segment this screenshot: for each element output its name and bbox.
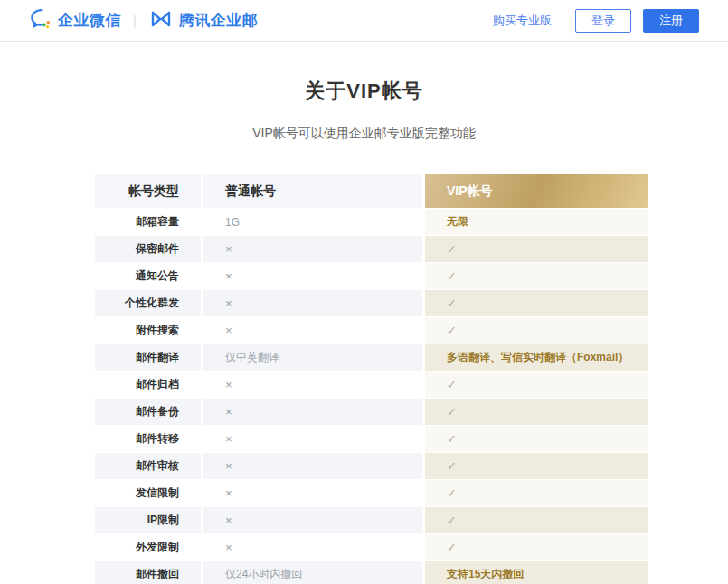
normal-account-cell: × [203, 399, 422, 425]
vip-account-cell: 支持15天内撤回 [425, 561, 648, 584]
normal-account-value: × [225, 459, 232, 473]
normal-account-cell: × [203, 236, 422, 262]
vip-account-cell: ✓ [425, 399, 648, 425]
normal-account-value: × [225, 242, 232, 256]
table-row: 保密邮件 × ✓ [95, 236, 648, 262]
table-row: 发信限制 × ✓ [95, 480, 648, 506]
vip-account-value: 无限 [447, 214, 468, 230]
brand-group: 企业微信 | 腾讯企业邮 [29, 7, 258, 34]
vip-account-cell: ✓ [425, 372, 648, 398]
buy-pro-link[interactable]: 购买专业版 [493, 13, 552, 29]
exmail-vip-page: 企业微信 | 腾讯企业邮 购买专业版 登录 注册 关于VIP帐号 VIP帐号可以… [0, 0, 728, 584]
table-row: 邮箱容量 1G 无限 [95, 209, 648, 235]
vip-account-value: ✓ [447, 513, 457, 527]
vip-account-value: ✓ [447, 405, 457, 419]
register-button[interactable]: 注册 [643, 9, 699, 33]
exmail-wordmark: 腾讯企业邮 [179, 10, 259, 31]
table-row: 外发限制 × ✓ [95, 534, 648, 560]
table-row: 邮件备份 × ✓ [95, 399, 648, 425]
feature-label: IP限制 [95, 507, 201, 533]
vip-account-cell: ✓ [425, 290, 648, 316]
vip-account-value: ✓ [447, 432, 457, 446]
feature-label: 邮件转移 [95, 426, 201, 452]
table-row: IP限制 × ✓ [95, 507, 648, 533]
top-navbar: 企业微信 | 腾讯企业邮 购买专业版 登录 注册 [0, 0, 728, 42]
vip-account-value: ✓ [447, 324, 457, 337]
vip-account-value: 支持15天内撤回 [447, 567, 524, 582]
normal-account-cell: × [203, 426, 422, 452]
normal-account-cell: × [203, 453, 422, 479]
table-row: 个性化群发 × ✓ [95, 290, 648, 316]
vip-account-cell: ✓ [425, 263, 648, 289]
vip-account-cell: ✓ [425, 236, 648, 262]
vip-account-value: ✓ [447, 459, 457, 473]
column-header-account-type: 帐号类型 [95, 174, 201, 208]
vip-account-value: 多语翻译、写信实时翻译（Foxmail） [447, 350, 629, 365]
vip-account-cell: ✓ [425, 317, 648, 344]
table-row: 通知公告 × ✓ [95, 263, 648, 289]
table-row: 邮件转移 × ✓ [95, 426, 648, 452]
vip-account-value: ✓ [447, 242, 457, 256]
tencent-exmail-logo[interactable]: 腾讯企业邮 [148, 7, 259, 34]
normal-account-value: × [225, 486, 232, 500]
login-button[interactable]: 登录 [575, 9, 631, 33]
normal-account-value: × [225, 297, 232, 310]
normal-account-value: × [225, 378, 232, 391]
normal-account-cell: 1G [203, 209, 422, 235]
vip-account-cell: 无限 [425, 209, 648, 235]
feature-label: 保密邮件 [95, 236, 201, 262]
wechat-work-logo[interactable]: 企业微信 [29, 7, 121, 34]
comparison-table: 帐号类型 普通帐号 VIP帐号 邮箱容量 1G 无限 保密邮件 × ✓ 通知公告… [95, 174, 648, 584]
feature-label: 邮件撤回 [95, 561, 201, 584]
vip-account-cell: ✓ [425, 453, 648, 479]
table-body: 邮箱容量 1G 无限 保密邮件 × ✓ 通知公告 × ✓ 个性化群发 × ✓ 附… [95, 209, 648, 584]
feature-label: 发信限制 [95, 480, 201, 506]
feature-label: 邮箱容量 [95, 209, 201, 235]
normal-account-cell: × [203, 480, 422, 506]
feature-label: 邮件归档 [95, 372, 201, 398]
exmail-envelope-icon [148, 7, 174, 34]
vip-account-value: ✓ [447, 541, 457, 554]
vip-account-value: ✓ [447, 378, 457, 391]
vip-account-cell: ✓ [425, 426, 648, 452]
column-header-vip-account: VIP帐号 [425, 174, 648, 208]
normal-account-cell: × [203, 290, 422, 316]
wechat-work-bubble-icon [29, 7, 52, 34]
brand-divider: | [133, 14, 137, 28]
page-title: 关于VIP帐号 [0, 78, 728, 105]
feature-label: 通知公告 [95, 263, 201, 289]
table-row: 邮件归档 × ✓ [95, 372, 648, 398]
normal-account-cell: 仅中英翻译 [203, 344, 422, 371]
table-header-row: 帐号类型 普通帐号 VIP帐号 [95, 174, 648, 208]
normal-account-value: × [225, 513, 232, 527]
vip-account-cell: ✓ [425, 507, 648, 533]
normal-account-value: × [225, 269, 232, 283]
normal-account-cell: × [203, 534, 422, 560]
vip-account-value: ✓ [447, 297, 457, 310]
normal-account-cell: 仅24小时内撤回 [203, 561, 422, 584]
feature-label: 外发限制 [95, 534, 201, 560]
normal-account-value: × [225, 405, 232, 419]
column-header-normal-account: 普通帐号 [203, 174, 422, 208]
wechat-work-wordmark: 企业微信 [58, 10, 121, 31]
normal-account-value: 仅中英翻译 [225, 350, 279, 365]
top-actions: 购买专业版 登录 注册 [493, 9, 699, 33]
normal-account-cell: × [203, 263, 422, 289]
vip-account-cell: ✓ [425, 534, 648, 560]
feature-label: 邮件备份 [95, 399, 201, 425]
table-row: 邮件撤回 仅24小时内撤回 支持15天内撤回 [95, 561, 648, 584]
vip-account-value: ✓ [447, 269, 457, 283]
table-row: 邮件审核 × ✓ [95, 453, 648, 479]
table-row: 附件搜索 × ✓ [95, 317, 648, 344]
normal-account-value: 1G [225, 216, 240, 229]
normal-account-value: 仅24小时内撤回 [225, 567, 302, 582]
normal-account-value: × [225, 432, 232, 446]
normal-account-value: × [225, 541, 232, 554]
feature-label: 附件搜索 [95, 317, 201, 344]
page-subtitle: VIP帐号可以使用企业邮专业版完整功能 [0, 126, 728, 142]
normal-account-cell: × [203, 372, 422, 398]
feature-label: 邮件翻译 [95, 344, 201, 371]
feature-label: 邮件审核 [95, 453, 201, 479]
normal-account-cell: × [203, 507, 422, 533]
normal-account-value: × [225, 324, 232, 337]
